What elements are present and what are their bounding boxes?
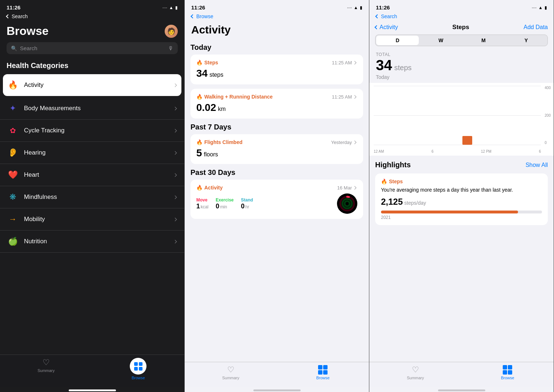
activity-scroll[interactable]: Today 🔥 Steps 11:25 AM 34 steps bbox=[185, 39, 369, 362]
category-item-hearing[interactable]: 👂 Hearing bbox=[0, 142, 184, 164]
time-p1: 11:26 bbox=[7, 4, 20, 11]
steps-flame-icon: 🔥 bbox=[196, 60, 202, 65]
browse-tab-label: Browse bbox=[132, 376, 145, 380]
steps-scroll[interactable]: D W M Y TOTAL 34 steps Today 400 200 0 bbox=[369, 35, 554, 362]
status-icons-p2: ···· ▲ ▮ bbox=[347, 5, 362, 10]
heart-icon: ❤️ bbox=[7, 169, 19, 181]
wifi-icon-p2: ▲ bbox=[354, 5, 358, 10]
walking-chevron bbox=[353, 95, 357, 99]
category-item-nutrition[interactable]: 🍏 Nutrition bbox=[0, 231, 184, 253]
tab-browse-p3[interactable]: Browse bbox=[462, 365, 554, 380]
walking-card-header: 🔥 Walking + Running Distance 11:25 AM bbox=[196, 94, 357, 100]
category-item-mobility[interactable]: → Mobility bbox=[0, 208, 184, 231]
category-item-mindfulness[interactable]: ❋ Mindfulness bbox=[0, 186, 184, 208]
chart-area bbox=[374, 86, 541, 145]
highlight-value: 2,125 steps/day bbox=[381, 197, 542, 207]
walking-card-title: 🔥 Walking + Running Distance bbox=[196, 94, 273, 100]
mobility-icon: → bbox=[7, 213, 19, 225]
search-placeholder: Search bbox=[20, 45, 37, 51]
browse-circle bbox=[130, 358, 146, 375]
stand-value-row: 0 hr bbox=[241, 203, 253, 210]
tab-summary-p3[interactable]: ♡ Summary bbox=[369, 365, 462, 380]
grid-dot-p2-4 bbox=[323, 370, 328, 375]
flights-card-title: 🔥 Flights Climbed bbox=[196, 139, 242, 145]
total-value: 34 steps bbox=[376, 57, 547, 73]
move-value: 1 bbox=[196, 203, 200, 210]
tab-summary-p1[interactable]: ♡ Summary bbox=[0, 358, 92, 380]
status-bar-p2: 11:26 ···· ▲ ▮ bbox=[185, 0, 369, 12]
back-browse-p2[interactable]: Browse bbox=[191, 13, 213, 21]
highlight-card[interactable]: 🔥 Steps You're averaging more steps a da… bbox=[375, 173, 548, 225]
cycle-chevron bbox=[173, 129, 177, 132]
activity30-card[interactable]: 🔥 Activity 16 Mar Move 1 kcal bbox=[190, 180, 363, 219]
move-unit: kcal bbox=[201, 204, 208, 209]
mindfulness-label: Mindfulness bbox=[24, 193, 57, 201]
x-label-6: 6 bbox=[431, 149, 434, 153]
back-search-p3[interactable]: Search bbox=[376, 13, 397, 21]
period-d[interactable]: D bbox=[376, 36, 419, 45]
health-categories-title: Health Categories bbox=[0, 60, 184, 73]
category-item-cycle[interactable]: ✿ Cycle Tracking bbox=[0, 120, 184, 142]
nav-back[interactable]: Activity bbox=[375, 24, 398, 31]
back-label-p1: Search bbox=[12, 13, 28, 19]
walking-time-value: 11:25 AM bbox=[332, 94, 352, 100]
activity-title: Activity bbox=[191, 24, 362, 36]
mobility-chevron bbox=[173, 217, 177, 221]
status-bar-p3: 11:26 ···· ▲ ▮ bbox=[369, 0, 554, 12]
activity-label: Activity bbox=[24, 81, 44, 89]
grid-dot-3 bbox=[134, 367, 138, 371]
grid-icon-p2 bbox=[318, 365, 328, 375]
grid-dot-p2-3 bbox=[318, 370, 322, 375]
activity30-time-value: 16 Mar bbox=[337, 185, 352, 191]
stand-label: Stand bbox=[241, 197, 253, 203]
activity30-body: Move 1 kcal Exercise 0 min bbox=[196, 193, 357, 214]
nav-action[interactable]: Add Data bbox=[523, 24, 548, 31]
flights-card[interactable]: 🔥 Flights Climbed Yesterday 5 floors bbox=[190, 134, 363, 164]
tab-browse-p2[interactable]: Browse bbox=[277, 365, 369, 380]
steps-label: Steps bbox=[204, 60, 218, 65]
search-bar[interactable]: 🔍 Search 🎙 bbox=[7, 42, 178, 54]
back-search-p1[interactable]: Search bbox=[7, 13, 28, 21]
steps-chevron bbox=[353, 61, 357, 64]
back-chevron-p3 bbox=[375, 14, 379, 18]
browse-panel: 11:26 ···· ▲ ▮ Search Browse 🧑 🔍 Search … bbox=[0, 0, 185, 392]
category-item-activity[interactable]: 🔥 Activity bbox=[3, 74, 181, 96]
nutrition-chevron bbox=[173, 240, 177, 243]
avatar[interactable]: 🧑 bbox=[165, 25, 178, 38]
search-icon: 🔍 bbox=[11, 45, 17, 51]
activity-panel: 11:26 ···· ▲ ▮ Browse Activity Today 🔥 S… bbox=[185, 0, 369, 392]
steps-card-header: 🔥 Steps 11:25 AM bbox=[196, 60, 357, 65]
grid-dot-p2-1 bbox=[318, 365, 322, 369]
tab-browse-p1[interactable]: Browse bbox=[92, 358, 185, 380]
exercise-value-row: 0 min bbox=[216, 203, 233, 210]
tab-summary-p2[interactable]: ♡ Summary bbox=[185, 365, 277, 380]
flights-time-value: Yesterday bbox=[331, 140, 352, 145]
highlight-number: 2,125 bbox=[381, 197, 403, 207]
summary-tab-label: Summary bbox=[37, 368, 55, 373]
category-item-heart[interactable]: ❤️ Heart bbox=[0, 164, 184, 186]
today-heading: Today bbox=[190, 43, 363, 52]
walking-card[interactable]: 🔥 Walking + Running Distance 11:25 AM 0.… bbox=[190, 89, 363, 119]
summary-label-p2: Summary bbox=[222, 376, 239, 380]
browse-title: Browse bbox=[7, 24, 49, 38]
battery-icon-p2: ▮ bbox=[360, 5, 362, 10]
period-m[interactable]: M bbox=[462, 35, 505, 46]
show-all[interactable]: Show All bbox=[526, 162, 548, 168]
mobility-label: Mobility bbox=[24, 216, 45, 223]
body-icon: ✦ bbox=[7, 102, 19, 115]
stand-unit: hr bbox=[245, 204, 249, 209]
stand-value: 0 bbox=[241, 203, 245, 210]
steps-card[interactable]: 🔥 Steps 11:25 AM 34 steps bbox=[190, 55, 363, 84]
period-w[interactable]: W bbox=[419, 35, 462, 46]
home-indicator-p2 bbox=[253, 389, 301, 391]
highlights-header: Highlights Show All bbox=[375, 161, 548, 169]
steps-nav: Activity Steps Add Data bbox=[369, 21, 554, 35]
mic-icon: 🎙 bbox=[168, 45, 173, 51]
svg-point-3 bbox=[345, 201, 350, 206]
highlight-bar-container bbox=[381, 211, 542, 213]
move-metric: Move 1 kcal bbox=[196, 197, 208, 210]
period-y[interactable]: Y bbox=[505, 35, 547, 46]
category-item-body[interactable]: ✦ Body Measurements bbox=[0, 97, 184, 120]
walking-value: 0.02 km bbox=[196, 102, 357, 113]
walking-label: Walking + Running Distance bbox=[204, 94, 273, 100]
